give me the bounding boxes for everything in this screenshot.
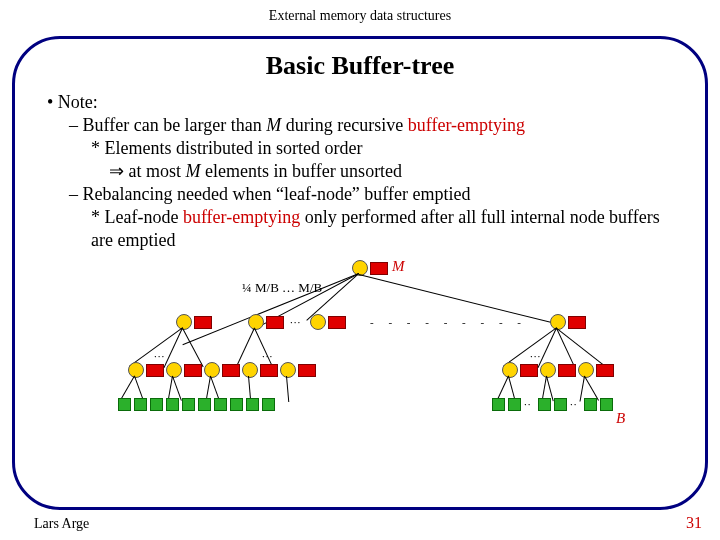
l5a: Leaf-node xyxy=(105,207,183,227)
leaf-block xyxy=(538,398,551,411)
slide-frame: Basic Buffer-tree • Note: – Buffer can b… xyxy=(12,36,708,510)
note-text: Note: xyxy=(58,92,98,112)
buffer xyxy=(184,364,202,377)
leaf-parent-node xyxy=(128,362,144,378)
leaf-block xyxy=(134,398,147,411)
buffer xyxy=(194,316,212,329)
leaf-block xyxy=(198,398,211,411)
leaf-block xyxy=(262,398,275,411)
buffer xyxy=(558,364,576,377)
leaf-block xyxy=(246,398,259,411)
l1M: M xyxy=(266,115,281,135)
leaf-block xyxy=(230,398,243,411)
leaf-block xyxy=(508,398,521,411)
buffer xyxy=(298,364,316,377)
root-buffer xyxy=(370,262,388,275)
dots-icon: ··· xyxy=(262,350,273,362)
buffer xyxy=(520,364,538,377)
buffer xyxy=(260,364,278,377)
edge xyxy=(254,328,274,368)
footer-author: Lars Arge xyxy=(34,516,89,532)
bullet-line-4: – Rebalancing needed when “leaf-node” bu… xyxy=(69,183,677,206)
label-M: M xyxy=(392,258,405,275)
buffer xyxy=(596,364,614,377)
leaf-block xyxy=(118,398,131,411)
internal-node xyxy=(176,314,192,330)
leaf-block xyxy=(150,398,163,411)
buffer xyxy=(222,364,240,377)
bullet-note: • Note: xyxy=(47,91,677,114)
leaf-block xyxy=(214,398,227,411)
leaf-block xyxy=(182,398,195,411)
buffer xyxy=(568,316,586,329)
leaf-block xyxy=(492,398,505,411)
leaf-block xyxy=(584,398,597,411)
footer-page-number: 31 xyxy=(686,514,702,532)
leaf-parent-node xyxy=(578,362,594,378)
slide-body: • Note: – Buffer can be larger than M du… xyxy=(43,91,677,252)
leaf-block xyxy=(554,398,567,411)
leaf-block xyxy=(600,398,613,411)
bullet-line-2: * Elements distributed in sorted order xyxy=(91,137,677,160)
slide-title: Basic Buffer-tree xyxy=(43,51,677,81)
leaf-parent-node xyxy=(280,362,296,378)
therefore-icon: ⇒ xyxy=(109,161,124,181)
edge xyxy=(286,376,289,402)
edge xyxy=(556,328,604,366)
leaf-parent-node xyxy=(540,362,556,378)
course-header: External memory data structures xyxy=(0,0,720,28)
bullet-line-5: * Leaf-node buffer-emptying only perform… xyxy=(91,206,677,252)
dots-icon: - - - - - - - - - xyxy=(370,316,527,328)
l1b: during recursive xyxy=(281,115,407,135)
branching-math: ¼ M/B … M/B xyxy=(242,280,322,296)
bullet-line-1: – Buffer can be larger than M during rec… xyxy=(69,114,677,137)
l3b: elements in buffer unsorted xyxy=(201,161,403,181)
dots-icon: ··· xyxy=(530,350,541,362)
leaf-parent-node xyxy=(166,362,182,378)
buffer xyxy=(146,364,164,377)
bullet-line-3: ⇒ at most M elements in buffer unsorted xyxy=(109,160,677,183)
dots-icon: ··· xyxy=(290,316,301,328)
leaf-parent-node xyxy=(502,362,518,378)
dots-icon: ·· xyxy=(570,398,578,410)
l1a: Buffer can be larger than xyxy=(83,115,267,135)
leaf-parent-node xyxy=(204,362,220,378)
buffer xyxy=(266,316,284,329)
leaf-parent-node xyxy=(242,362,258,378)
edge xyxy=(120,376,135,401)
edge xyxy=(182,328,204,367)
dots-icon: ··· xyxy=(154,350,165,362)
leaf-block xyxy=(166,398,179,411)
l2: Elements distributed in sorted order xyxy=(105,138,363,158)
internal-node xyxy=(310,314,326,330)
tree-diagram: M ¼ M/B … M/B ··· - - - - - - - - - xyxy=(70,258,650,438)
label-B: B xyxy=(616,410,625,427)
l3a: at most xyxy=(124,161,186,181)
l3M: M xyxy=(186,161,201,181)
buffer xyxy=(328,316,346,329)
internal-node xyxy=(248,314,264,330)
dots-icon: ·· xyxy=(524,398,532,410)
l1red: buffer-emptying xyxy=(408,115,525,135)
l5red: buffer-emptying xyxy=(183,207,300,227)
l4: Rebalancing needed when “leaf-node” buff… xyxy=(83,184,471,204)
